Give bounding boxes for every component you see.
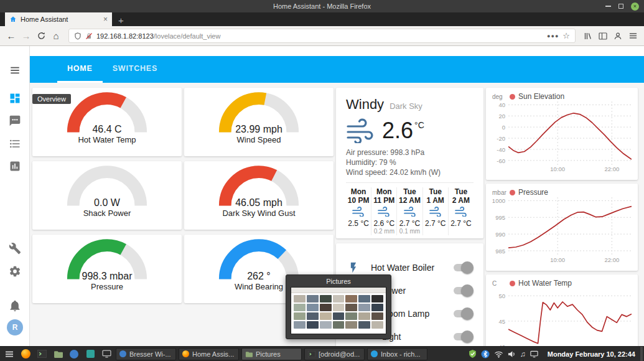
preview-title: Pictures: [291, 276, 386, 287]
gear-icon[interactable]: [7, 264, 22, 279]
close-button[interactable]: ×: [631, 2, 639, 11]
wifi-icon[interactable]: [494, 349, 503, 359]
mint-menu-icon[interactable]: [3, 348, 16, 360]
tab-close-icon[interactable]: ×: [103, 16, 108, 23]
thumbnail-tile: [307, 304, 319, 311]
volume-icon[interactable]: [507, 349, 516, 359]
toggle-switch[interactable]: [452, 263, 474, 273]
url-text[interactable]: 192.168.1.82:8123/lovelace/default_view: [96, 32, 543, 40]
thumbnail-tile: [320, 295, 332, 302]
x-tick-label: 10:00: [550, 256, 565, 263]
gauge-card-wind-gust[interactable]: 46.05 mph Dark Sky Wind Gust: [184, 161, 334, 230]
chat-icon[interactable]: [7, 113, 22, 128]
library-icon[interactable]: [581, 29, 595, 44]
firefox-icon[interactable]: [19, 348, 32, 360]
y-tick-label: -40: [497, 146, 505, 152]
toggle-switch[interactable]: [452, 309, 474, 319]
chart-x-axis: 10:0022:00: [508, 165, 632, 173]
weather-temperature: 2.6: [382, 118, 413, 144]
list-icon[interactable]: [7, 136, 22, 151]
new-tab-button[interactable]: +: [118, 16, 124, 25]
ha-menu-icon[interactable]: [7, 63, 22, 78]
toggle-switch[interactable]: [452, 286, 474, 296]
weather-attr-humidity: Humidity: 79 %: [346, 157, 474, 167]
home-button[interactable]: ⌂: [49, 29, 63, 44]
pressure-chart-card[interactable]: mbar Pressure 1000995990985 10:0022:00: [486, 184, 638, 271]
preview-thumbnail[interactable]: [291, 287, 386, 334]
gauge-name: Wind Speed: [184, 135, 334, 144]
tab-switches[interactable]: SWITCHES: [103, 56, 167, 83]
thumbnail-tile: [333, 312, 345, 320]
reload-button[interactable]: [34, 29, 49, 44]
insecure-lock-icon[interactable]: [85, 32, 93, 40]
thumbnail-tile: [320, 321, 332, 329]
browser-menu-icon[interactable]: [625, 29, 640, 44]
url-host: 192.168.1.82:8123: [96, 32, 154, 40]
x-tick-label: 10:00: [550, 166, 565, 172]
gauge-name: Pressure: [32, 282, 182, 291]
thumbnail-tile: [333, 304, 345, 311]
screenshot-tool-icon[interactable]: [84, 348, 96, 360]
sun-elevation-chart-card[interactable]: deg Sun Elevation 40200-20-40-60 10:0022…: [486, 88, 638, 180]
forward-button[interactable]: →: [19, 29, 34, 44]
thumbnail-tile: [294, 312, 306, 320]
taskbar-preview-popup[interactable]: Pictures: [286, 274, 391, 339]
software-icon[interactable]: [68, 348, 80, 360]
account-icon[interactable]: [610, 29, 625, 44]
terminal-icon[interactable]: [35, 348, 48, 360]
music-note-icon[interactable]: ♫: [520, 350, 526, 358]
taskbar-window-terminal[interactable]: [odroid@od...: [304, 348, 365, 360]
forecast-wind-icon: [397, 207, 422, 218]
show-desktop-button[interactable]: [640, 347, 643, 361]
maximize-button[interactable]: [618, 4, 623, 9]
thunderbird-icon: [371, 350, 378, 357]
clock[interactable]: Monday February 10, 22:44: [548, 350, 635, 358]
forecast-column: Mon 10 PM 2.5 °C: [346, 187, 371, 235]
page-actions-icon[interactable]: ●●●: [547, 33, 559, 39]
tab-home[interactable]: HOME: [57, 56, 103, 83]
thumbnail-tile: [333, 321, 345, 329]
bookmark-star-icon[interactable]: ☆: [562, 31, 570, 40]
weather-provider: Dark Sky: [390, 101, 422, 111]
display-icon[interactable]: [100, 348, 113, 360]
bluetooth-icon[interactable]: [481, 349, 490, 359]
chart-y-axis: 504540: [492, 288, 508, 346]
monitor-icon[interactable]: [530, 349, 539, 359]
thumbnail-tile: [320, 312, 332, 320]
minimize-button[interactable]: [605, 6, 611, 7]
y-tick-label: 995: [495, 214, 505, 221]
hot-water-temp-chart-card[interactable]: C Hot Water Temp 504540: [486, 274, 638, 346]
back-button[interactable]: ←: [4, 29, 19, 44]
browser-tab[interactable]: Home Assistant ×: [5, 12, 112, 26]
shield-check-icon[interactable]: [468, 349, 477, 359]
sidebar-toggle-icon[interactable]: [595, 29, 610, 44]
gauge-value: 998.3 mbar: [66, 271, 148, 282]
page-top-strip: [30, 46, 644, 56]
toggle-switch[interactable]: [452, 332, 474, 342]
gauge-card-shack-power[interactable]: 0.0 W Shack Power: [32, 161, 182, 230]
wrench-icon[interactable]: [7, 241, 22, 256]
taskbar-window-bresser[interactable]: Bresser Wi-...: [116, 348, 176, 360]
gauge-card-wind-speed[interactable]: 23.99 mph Wind Speed: [184, 88, 334, 156]
y-tick-label: 20: [498, 113, 505, 120]
gauge-name: Hot Water Temp: [32, 135, 182, 144]
thumbnail-tile: [371, 304, 383, 311]
bell-icon[interactable]: [7, 298, 22, 313]
files-icon[interactable]: [52, 348, 64, 360]
x-tick-label: 22:00: [604, 166, 619, 172]
weather-card[interactable]: Windy Dark Sky 2.6 °C Air pressure: 998.…: [336, 88, 483, 238]
taskbar-window-pictures[interactable]: Pictures: [241, 348, 302, 360]
legend-dot: [510, 281, 515, 286]
taskbar-window-inbox[interactable]: Inbox - rich...: [367, 348, 427, 360]
gauge-card-pressure[interactable]: 998.3 mbar Pressure: [32, 235, 182, 303]
gauge-value: 46.4 C: [66, 124, 148, 135]
chart-unit: C: [492, 280, 508, 287]
taskbar-window-home-assistant[interactable]: Home Assis...: [179, 348, 239, 360]
tracking-protection-shield-icon[interactable]: [74, 32, 82, 40]
chart-box-icon[interactable]: [7, 159, 22, 174]
weather-attr-wind: Wind speed: 24.02 km/h (W): [346, 167, 474, 177]
weather-state: Windy: [346, 96, 384, 113]
avatar[interactable]: R: [7, 319, 23, 335]
url-bar[interactable]: 192.168.1.82:8123/lovelace/default_view …: [68, 29, 576, 43]
sidebar-item-overview[interactable]: [7, 91, 22, 106]
